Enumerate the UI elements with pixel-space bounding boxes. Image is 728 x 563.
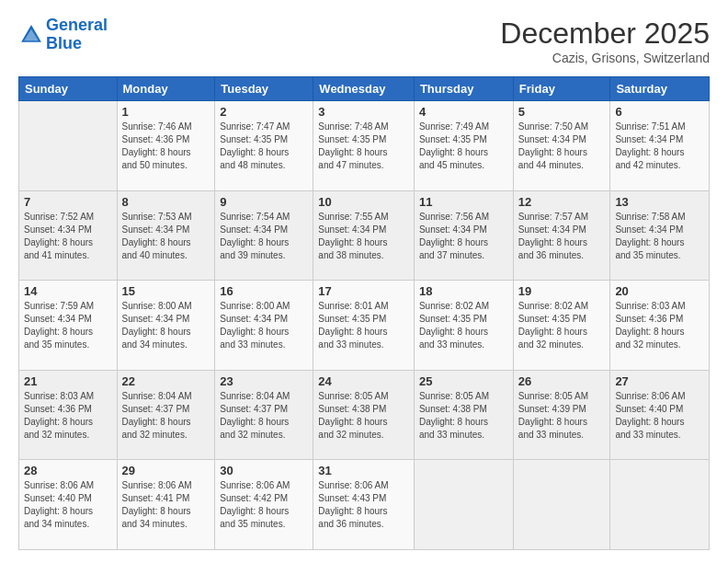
- day-info: Sunrise: 7:55 AM Sunset: 4:34 PM Dayligh…: [318, 211, 409, 262]
- title-block: December 2025 Cazis, Grisons, Switzerlan…: [500, 17, 710, 65]
- day-info: Sunrise: 7:50 AM Sunset: 4:34 PM Dayligh…: [518, 121, 606, 172]
- calendar-day-cell: 28Sunrise: 8:06 AM Sunset: 4:40 PM Dayli…: [19, 460, 118, 550]
- weekday-header-cell: Wednesday: [313, 77, 415, 101]
- day-number: 24: [318, 374, 409, 388]
- calendar-day-cell: [414, 460, 513, 550]
- day-info: Sunrise: 8:02 AM Sunset: 4:35 PM Dayligh…: [419, 300, 508, 351]
- day-number: 3: [318, 105, 409, 119]
- logo: General Blue: [18, 17, 108, 53]
- calendar-day-cell: 2Sunrise: 7:47 AM Sunset: 4:35 PM Daylig…: [215, 101, 313, 191]
- calendar-day-cell: 13Sunrise: 7:58 AM Sunset: 4:34 PM Dayli…: [610, 190, 710, 281]
- calendar-day-cell: 5Sunrise: 7:50 AM Sunset: 4:34 PM Daylig…: [513, 101, 610, 191]
- calendar-day-cell: 29Sunrise: 8:06 AM Sunset: 4:41 PM Dayli…: [117, 460, 215, 550]
- day-info: Sunrise: 7:49 AM Sunset: 4:35 PM Dayligh…: [419, 121, 508, 172]
- calendar-day-cell: 23Sunrise: 8:04 AM Sunset: 4:37 PM Dayli…: [215, 370, 313, 460]
- calendar-day-cell: 16Sunrise: 8:00 AM Sunset: 4:34 PM Dayli…: [215, 281, 313, 371]
- day-info: Sunrise: 8:05 AM Sunset: 4:39 PM Dayligh…: [518, 390, 606, 442]
- day-number: 22: [122, 374, 210, 388]
- day-info: Sunrise: 8:05 AM Sunset: 4:38 PM Dayligh…: [318, 390, 409, 442]
- day-number: 9: [220, 195, 308, 209]
- day-info: Sunrise: 7:53 AM Sunset: 4:34 PM Dayligh…: [122, 211, 210, 262]
- day-number: 4: [419, 105, 508, 119]
- day-info: Sunrise: 7:57 AM Sunset: 4:34 PM Dayligh…: [518, 211, 606, 262]
- calendar-day-cell: 8Sunrise: 7:53 AM Sunset: 4:34 PM Daylig…: [117, 190, 215, 281]
- header: General Blue December 2025 Cazis, Grison…: [18, 17, 710, 65]
- calendar-day-cell: 25Sunrise: 8:05 AM Sunset: 4:38 PM Dayli…: [414, 370, 513, 460]
- day-number: 10: [318, 195, 409, 209]
- calendar-day-cell: 1Sunrise: 7:46 AM Sunset: 4:36 PM Daylig…: [117, 101, 215, 191]
- weekday-header-cell: Tuesday: [215, 77, 313, 101]
- month-title: December 2025: [500, 17, 710, 51]
- day-info: Sunrise: 7:48 AM Sunset: 4:35 PM Dayligh…: [318, 121, 409, 172]
- page: General Blue December 2025 Cazis, Grison…: [0, 0, 728, 563]
- calendar-table: SundayMondayTuesdayWednesdayThursdayFrid…: [18, 76, 710, 550]
- day-number: 28: [24, 464, 112, 477]
- day-number: 30: [220, 464, 308, 477]
- calendar-week-row: 28Sunrise: 8:06 AM Sunset: 4:40 PM Dayli…: [19, 460, 710, 550]
- day-number: 17: [318, 284, 409, 298]
- day-number: 21: [24, 374, 112, 388]
- day-number: 6: [615, 105, 704, 119]
- day-info: Sunrise: 8:02 AM Sunset: 4:35 PM Dayligh…: [518, 300, 606, 351]
- calendar-day-cell: [513, 460, 610, 550]
- day-info: Sunrise: 7:51 AM Sunset: 4:34 PM Dayligh…: [615, 121, 704, 172]
- day-number: 2: [220, 105, 308, 119]
- day-info: Sunrise: 8:06 AM Sunset: 4:41 PM Dayligh…: [122, 479, 210, 531]
- day-info: Sunrise: 7:46 AM Sunset: 4:36 PM Dayligh…: [122, 121, 210, 172]
- weekday-header-cell: Sunday: [19, 77, 118, 101]
- day-info: Sunrise: 7:47 AM Sunset: 4:35 PM Dayligh…: [220, 121, 308, 172]
- day-info: Sunrise: 8:01 AM Sunset: 4:35 PM Dayligh…: [318, 300, 409, 351]
- day-info: Sunrise: 7:54 AM Sunset: 4:34 PM Dayligh…: [220, 211, 308, 262]
- day-number: 11: [419, 195, 508, 209]
- day-number: 1: [122, 105, 210, 119]
- day-number: 19: [518, 284, 606, 298]
- day-number: 12: [518, 195, 606, 209]
- day-number: 27: [615, 374, 704, 388]
- weekday-header-cell: Monday: [117, 77, 215, 101]
- calendar-day-cell: 18Sunrise: 8:02 AM Sunset: 4:35 PM Dayli…: [414, 281, 513, 371]
- day-number: 18: [419, 284, 508, 298]
- day-number: 29: [122, 464, 210, 477]
- calendar-day-cell: 24Sunrise: 8:05 AM Sunset: 4:38 PM Dayli…: [313, 370, 415, 460]
- logo-line2: Blue: [46, 34, 82, 52]
- calendar-day-cell: 17Sunrise: 8:01 AM Sunset: 4:35 PM Dayli…: [313, 281, 415, 371]
- weekday-header-row: SundayMondayTuesdayWednesdayThursdayFrid…: [19, 77, 710, 101]
- calendar-day-cell: 11Sunrise: 7:56 AM Sunset: 4:34 PM Dayli…: [414, 190, 513, 281]
- calendar-day-cell: 21Sunrise: 8:03 AM Sunset: 4:36 PM Dayli…: [19, 370, 118, 460]
- day-number: 15: [122, 284, 210, 298]
- day-number: 20: [615, 284, 704, 298]
- day-info: Sunrise: 8:03 AM Sunset: 4:36 PM Dayligh…: [615, 300, 704, 351]
- day-info: Sunrise: 8:06 AM Sunset: 4:43 PM Dayligh…: [318, 479, 409, 531]
- calendar-body: 1Sunrise: 7:46 AM Sunset: 4:36 PM Daylig…: [19, 101, 710, 550]
- calendar-day-cell: 14Sunrise: 7:59 AM Sunset: 4:34 PM Dayli…: [19, 281, 118, 371]
- calendar-day-cell: 3Sunrise: 7:48 AM Sunset: 4:35 PM Daylig…: [313, 101, 415, 191]
- day-number: 5: [518, 105, 606, 119]
- calendar-day-cell: 7Sunrise: 7:52 AM Sunset: 4:34 PM Daylig…: [19, 190, 118, 281]
- day-info: Sunrise: 8:06 AM Sunset: 4:40 PM Dayligh…: [24, 479, 112, 531]
- logo-text: General Blue: [46, 17, 108, 53]
- calendar-day-cell: 31Sunrise: 8:06 AM Sunset: 4:43 PM Dayli…: [313, 460, 415, 550]
- calendar-day-cell: 20Sunrise: 8:03 AM Sunset: 4:36 PM Dayli…: [610, 281, 710, 371]
- day-number: 13: [615, 195, 704, 209]
- day-number: 8: [122, 195, 210, 209]
- calendar-day-cell: [610, 460, 710, 550]
- calendar-week-row: 7Sunrise: 7:52 AM Sunset: 4:34 PM Daylig…: [19, 190, 710, 281]
- calendar-day-cell: 19Sunrise: 8:02 AM Sunset: 4:35 PM Dayli…: [513, 281, 610, 371]
- day-info: Sunrise: 8:03 AM Sunset: 4:36 PM Dayligh…: [24, 390, 112, 442]
- calendar-day-cell: [19, 101, 118, 191]
- weekday-header-cell: Friday: [513, 77, 610, 101]
- day-info: Sunrise: 7:52 AM Sunset: 4:34 PM Dayligh…: [24, 211, 112, 262]
- day-info: Sunrise: 8:00 AM Sunset: 4:34 PM Dayligh…: [122, 300, 210, 351]
- weekday-header-cell: Saturday: [610, 77, 710, 101]
- day-info: Sunrise: 8:04 AM Sunset: 4:37 PM Dayligh…: [122, 390, 210, 442]
- calendar-day-cell: 30Sunrise: 8:06 AM Sunset: 4:42 PM Dayli…: [215, 460, 313, 550]
- calendar-week-row: 14Sunrise: 7:59 AM Sunset: 4:34 PM Dayli…: [19, 281, 710, 371]
- calendar-day-cell: 22Sunrise: 8:04 AM Sunset: 4:37 PM Dayli…: [117, 370, 215, 460]
- calendar-week-row: 1Sunrise: 7:46 AM Sunset: 4:36 PM Daylig…: [19, 101, 710, 191]
- calendar-day-cell: 9Sunrise: 7:54 AM Sunset: 4:34 PM Daylig…: [215, 190, 313, 281]
- day-info: Sunrise: 8:00 AM Sunset: 4:34 PM Dayligh…: [220, 300, 308, 351]
- calendar-day-cell: 15Sunrise: 8:00 AM Sunset: 4:34 PM Dayli…: [117, 281, 215, 371]
- logo-line1: General: [46, 16, 108, 34]
- day-info: Sunrise: 8:06 AM Sunset: 4:40 PM Dayligh…: [615, 390, 704, 442]
- day-info: Sunrise: 7:59 AM Sunset: 4:34 PM Dayligh…: [24, 300, 112, 351]
